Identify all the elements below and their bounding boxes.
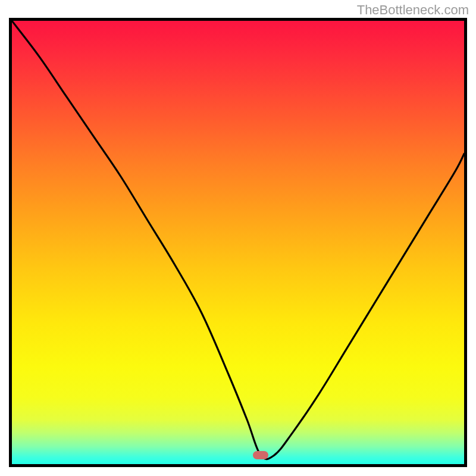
watermark-text: TheBottleneck.com bbox=[357, 2, 469, 18]
minimum-marker bbox=[253, 451, 268, 459]
curve-path bbox=[12, 21, 464, 459]
plot-area bbox=[9, 18, 467, 467]
chart-container: TheBottleneck.com bbox=[0, 0, 476, 476]
bottleneck-curve bbox=[12, 21, 464, 464]
